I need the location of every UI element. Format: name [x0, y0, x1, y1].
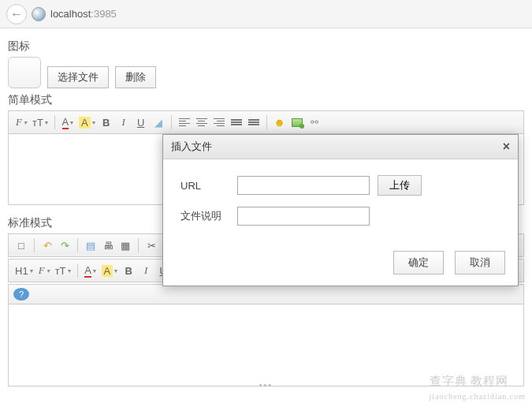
desc-label: 文件说明 — [180, 209, 237, 223]
highlight-button[interactable]: A — [100, 263, 120, 278]
separator — [77, 238, 78, 252]
unordered-list-button[interactable] — [246, 114, 262, 130]
highlight-button[interactable]: A — [77, 114, 97, 130]
italic-button[interactable]: I — [116, 114, 132, 130]
upload-button[interactable]: 上传 — [378, 175, 422, 196]
simple-editor-toolbar: F тT A A B I U ◢ ☻ ⚯ — [8, 110, 524, 134]
font-color-button[interactable]: A — [83, 263, 99, 278]
separator — [171, 115, 172, 129]
ordered-list-button[interactable] — [229, 114, 244, 130]
bold-button[interactable]: B — [121, 263, 136, 278]
italic-button[interactable]: I — [138, 263, 154, 278]
print-button[interactable]: 🖶 — [100, 237, 116, 253]
separator — [34, 238, 35, 252]
url-input[interactable]: localhost:3985 — [50, 8, 526, 20]
separator — [138, 238, 139, 252]
cancel-button[interactable]: 取消 — [455, 251, 505, 274]
watermark: 查字典 教程网 jiaocheng.chazidian.com — [430, 374, 526, 402]
font-family-button[interactable]: F — [13, 114, 29, 130]
emoticon-button[interactable]: ☻ — [272, 114, 288, 130]
url-input[interactable] — [237, 176, 370, 195]
font-color-button[interactable]: A — [60, 114, 76, 130]
font-family-button[interactable]: F — [36, 263, 52, 278]
browser-address-bar: ← localhost:3985 — [0, 0, 532, 28]
back-button[interactable]: ← — [6, 4, 27, 24]
about-button[interactable]: ? — [13, 288, 29, 301]
source-button[interactable]: □ — [13, 237, 29, 253]
description-input[interactable] — [237, 207, 370, 226]
insert-file-dialog: 插入文件 × URL 上传 文件说明 确定 取消 — [162, 134, 519, 286]
separator — [54, 115, 55, 129]
cut-button[interactable]: ✂ — [143, 237, 159, 253]
standard-editor-toolbar-3: ? — [8, 284, 524, 304]
globe-icon — [32, 7, 46, 21]
align-center-button[interactable] — [194, 114, 210, 130]
separator — [77, 263, 78, 278]
bold-button[interactable]: B — [99, 114, 114, 130]
insert-image-button[interactable] — [289, 114, 305, 130]
font-size-button[interactable]: тT — [54, 263, 73, 278]
heading-button[interactable]: H1 — [13, 263, 35, 278]
icon-section-label: 图标 — [8, 39, 524, 54]
icon-preview — [8, 57, 41, 88]
url-port: :3985 — [91, 8, 117, 20]
align-right-button[interactable] — [211, 114, 227, 130]
dialog-title: 插入文件 — [171, 140, 212, 154]
redo-button[interactable]: ↷ — [57, 237, 73, 253]
align-left-button[interactable] — [177, 114, 192, 130]
url-host: localhost — [50, 8, 91, 20]
simple-mode-label: 简单模式 — [8, 93, 524, 107]
preview-button[interactable]: ▤ — [83, 237, 99, 253]
remove-format-button[interactable]: ◢ — [151, 114, 166, 130]
url-label: URL — [180, 180, 237, 192]
ok-button[interactable]: 确定 — [393, 251, 444, 274]
undo-button[interactable]: ↶ — [39, 237, 55, 253]
separator — [266, 115, 267, 129]
close-icon[interactable]: × — [503, 140, 510, 154]
underline-button[interactable]: U — [133, 114, 149, 130]
template-button[interactable]: ▦ — [117, 237, 133, 253]
insert-link-button[interactable]: ⚯ — [307, 114, 322, 130]
choose-file-button[interactable]: 选择文件 — [47, 66, 109, 88]
delete-button[interactable]: 删除 — [115, 66, 156, 88]
font-size-button[interactable]: тT — [31, 114, 50, 130]
